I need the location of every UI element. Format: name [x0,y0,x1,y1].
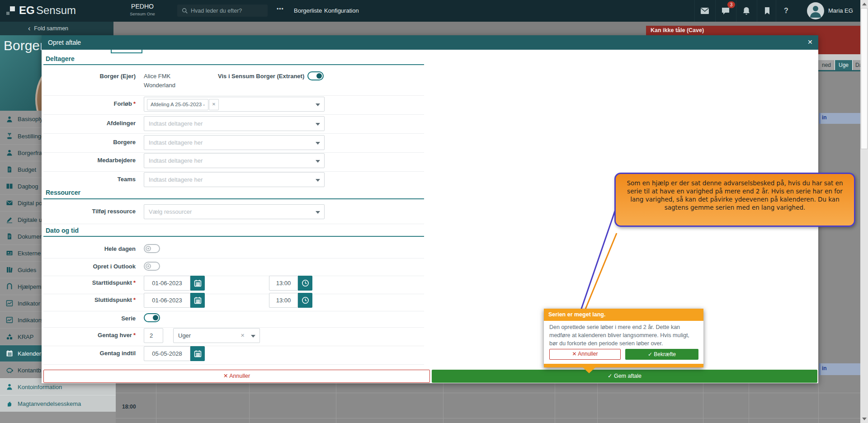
medarbejdere-select[interactable]: Indtast deltagere her [144,153,325,168]
start-date-picker-button[interactable] [190,276,205,291]
help-icon: ? [784,7,788,15]
sidebar-collapse-button[interactable]: ‹ Fold sammen [0,22,113,35]
gentag-enhed-select[interactable]: Uger ✕ [173,328,260,343]
search-input[interactable]: Hvad leder du efter? [177,5,268,17]
context-selector[interactable]: PEDHO Sensum One [118,3,167,16]
slut-date-input[interactable]: 01-06-2023 [144,293,190,308]
teams-select[interactable]: Indtast deltagere her [144,172,325,187]
sluttidspunkt-label: Sluttidspunkt* [42,296,136,303]
eg-logo-icon [6,6,16,16]
user-name: Maria EG [828,7,853,14]
tab-konfiguration[interactable]: Konfiguration [324,7,359,14]
help-button[interactable]: ? [776,0,796,22]
afdelinger-label: Afdelinger [42,120,136,127]
start-time-input[interactable]: 13:00 [269,276,298,291]
book-icon [6,183,13,190]
slut-time-input[interactable]: 13:00 [269,293,298,308]
view-tab-month-partial[interactable]: ned [818,60,835,70]
user-icon [807,2,824,19]
forlob-label: Forløb* [42,100,136,107]
clamp-icon [6,283,13,290]
serie-label: Serie [42,315,136,322]
tab-borgerliste[interactable]: Borgerliste [294,7,322,14]
close-icon[interactable]: ✕ [807,38,813,46]
section-ressourcer: Ressourcer [46,189,80,196]
serie-toggle[interactable] [144,313,160,322]
start-date-input[interactable]: 01-06-2023 [144,276,190,291]
cancel-x-icon: ✕ [223,373,228,379]
scroll-up-icon[interactable] [862,3,867,5]
clock-icon [302,296,309,304]
more-menu-button[interactable]: ••• [277,6,284,12]
warning-cancel-button[interactable]: ✕ Annuller [549,349,621,360]
shapes-icon [6,333,13,340]
forlob-select[interactable]: Afdeling A 25-05-2023 - ✕ [144,97,325,112]
hand-icon [6,400,13,407]
gentag-hver-input[interactable]: 2 [144,328,163,343]
medarbejdere-label: Medarbejdere [42,157,136,164]
borgere-select[interactable]: Indtast deltagere her [144,135,325,150]
chip-remove-icon[interactable]: ✕ [209,99,219,110]
piggy-bank-icon [6,367,13,374]
clear-icon[interactable]: ✕ [241,333,245,338]
chat-icon [721,7,730,15]
gentag-indtil-label: Gentag indtil [42,350,136,357]
page-scrollbar[interactable] [860,0,868,423]
slut-date-picker-button[interactable] [190,293,205,308]
avatar[interactable] [807,2,824,19]
section-divider [43,198,424,199]
calendar-event[interactable]: in [819,363,860,375]
context-code: PEDHO [118,3,167,10]
calendar-event[interactable]: in [819,113,860,124]
section-divider [43,236,424,237]
ressource-select[interactable]: Vælg ressourcer [144,204,325,219]
event-label: in [821,363,860,371]
chevron-down-icon[interactable] [316,211,320,214]
sidebar-item-magtanvendelsesskema[interactable]: Magtanvendelsesskema [0,395,116,412]
notifications-button[interactable] [736,0,756,22]
borger-ejer-value-line2: Wonderland [144,78,175,92]
calendar-grid [116,383,868,423]
scrollbar-thumb[interactable] [861,8,868,149]
chat-badge: 3 [727,1,735,8]
calendar-icon [194,350,202,357]
chart-line-icon [6,316,13,324]
chevron-down-icon[interactable] [316,142,320,145]
start-time-picker-button[interactable] [298,276,312,291]
teams-placeholder: Indtast deltagere her [144,173,324,187]
scroll-down-icon[interactable] [862,418,867,420]
extranet-toggle[interactable] [307,71,324,80]
budget-document-icon [6,166,13,173]
confirm-check-icon: ✓ [648,351,652,357]
borgere-label: Borgere [42,139,136,146]
bookmarks-button[interactable] [757,0,777,22]
afdelinger-select[interactable]: Indtast deltagere her [144,116,325,131]
chevron-down-icon[interactable] [316,179,320,182]
forlob-chip: Afdeling A 25-05-2023 - [147,99,208,110]
view-tab-week[interactable]: Uge [835,60,852,70]
cancel-button[interactable]: ✕ Annuller [43,370,430,383]
warning-confirm-button[interactable]: ✓ Bekræfte [625,349,698,360]
slut-time-picker-button[interactable] [298,293,312,308]
ressource-placeholder: Vælg ressourcer [144,205,324,219]
chevron-down-icon[interactable] [316,103,320,106]
gentag-indtil-input[interactable]: 05-05-2028 [144,346,190,361]
chevron-down-icon[interactable] [316,123,320,126]
logo-eg-text: EG [19,4,35,17]
pen-icon [6,216,13,223]
bookmark-icon [764,7,770,15]
required-marker: * [133,296,136,303]
chat-button[interactable]: 3 [715,0,736,22]
afdelinger-placeholder: Indtast deltagere her [144,117,324,131]
gentag-indtil-picker-button[interactable] [190,346,205,361]
teams-label: Teams [42,176,136,183]
chevron-down-icon[interactable] [316,160,320,163]
save-button[interactable]: ✓ Gem aftale [432,370,817,383]
chevron-down-icon[interactable] [251,335,255,338]
help-callout: Som en hjælp er der sat denne advarselsb… [614,173,855,227]
opret-outlook-toggle[interactable] [144,262,160,271]
hele-dagen-toggle[interactable] [144,244,160,253]
warning-body: Den oprettede serie løber i mere end 2 å… [549,323,698,348]
top-bar: EG Sensum PEDHO Sensum One Hvad leder du… [0,0,868,22]
mail-button[interactable] [694,0,715,22]
